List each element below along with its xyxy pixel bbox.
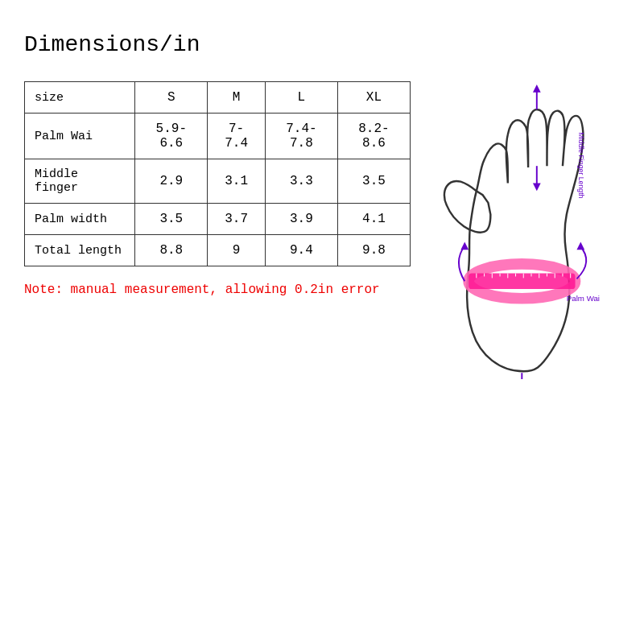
table-cell: 5.9-6.6 [135,114,208,159]
svg-text:Palm Wai: Palm Wai [567,294,600,303]
table-cell: 9.8 [337,235,410,266]
table-cell: 9 [208,235,266,266]
table-cell: 3.1 [208,159,266,204]
glove-svg: Middle Finger Length [435,81,628,379]
table-cell: Middle finger [25,159,135,204]
table-cell: 2.9 [135,159,208,204]
table-cell: 3.3 [265,159,337,204]
table-row: Middle finger2.93.13.33.5 [25,159,411,204]
svg-marker-1 [533,85,541,93]
table-row: Total length8.899.49.8 [25,235,411,266]
svg-marker-3 [533,184,541,192]
table-cell: 4.1 [337,204,410,235]
page-title: Dimensions/in [24,32,620,57]
table-header: S [135,82,208,114]
table-cell: 9.4 [265,235,337,266]
table-header: XL [337,82,410,114]
table-cell: 8.2-8.6 [337,114,410,159]
table-header: size [25,82,135,114]
table-row: Palm Wai5.9-6.67-7.47.4-7.88.2-8.6 [25,114,411,159]
table-header: L [265,82,337,114]
table-cell: Palm width [25,204,135,235]
note-text: Note: manual measurement, allowing 0.2in… [24,283,411,297]
svg-marker-21 [576,242,584,250]
table-row: Palm width3.53.73.94.1 [25,204,411,235]
page-container: Dimensions/in sizeSMLXLPalm Wai5.9-6.67-… [0,0,644,644]
table-cell: 7.4-7.8 [265,114,337,159]
table-cell: 3.5 [135,204,208,235]
table-cell: 3.9 [265,204,337,235]
table-cell: Palm Wai [25,114,135,159]
table-cell: Total length [25,235,135,266]
svg-text:Middle Finger Length: Middle Finger Length [577,132,585,198]
svg-marker-20 [460,242,469,250]
table-cell: 7-7.4 [208,114,266,159]
table-cell: 3.5 [337,159,410,204]
dimensions-table: sizeSMLXLPalm Wai5.9-6.67-7.47.4-7.88.2-… [24,81,411,266]
glove-diagram: Middle Finger Length [427,81,628,387]
table-cell: 8.8 [135,235,208,266]
table-cell: 3.7 [208,204,266,235]
table-section: sizeSMLXLPalm Wai5.9-6.67-7.47.4-7.88.2-… [24,81,411,297]
content-area: sizeSMLXLPalm Wai5.9-6.67-7.47.4-7.88.2-… [24,81,620,387]
table-header: M [208,82,266,114]
